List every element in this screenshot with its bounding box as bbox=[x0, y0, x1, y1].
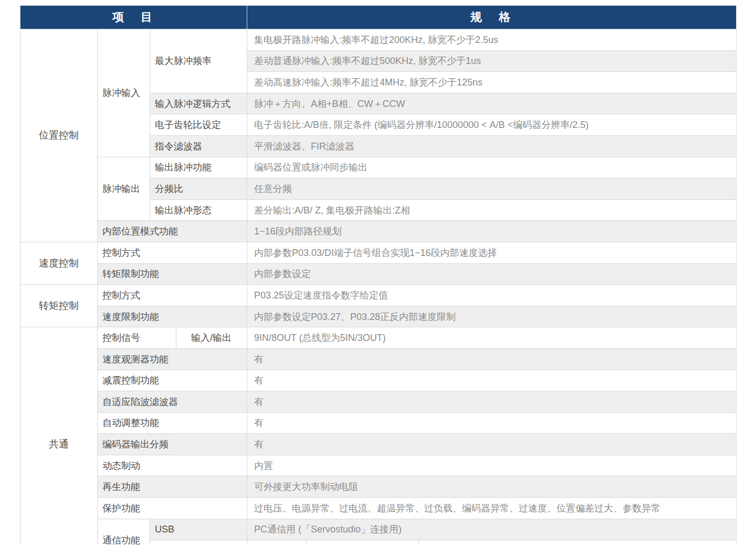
table-row: 内部位置模式功能 1~16段内部路径规划 bbox=[20, 221, 737, 242]
subgroup-pulse-output: 脉冲输出 bbox=[98, 157, 150, 221]
table-row: 减震控制功能 有 bbox=[20, 370, 737, 391]
item-label: 输出脉冲形态 bbox=[150, 199, 247, 221]
spec-value: 1~16段内部路径规划 bbox=[247, 221, 737, 242]
spec-value: 集电极开路脉冲输入:频率不超过200KHz, 脉宽不少于2.5us bbox=[247, 29, 737, 51]
item-label: 速度限制功能 bbox=[98, 306, 247, 327]
spec-value: 有 bbox=[247, 391, 737, 413]
group-torque-control: 转矩控制 bbox=[20, 285, 98, 327]
spec-value: 过电压、电源异常、过电流、超温异常、过负载、编码器异常、过速度、位置偏差过大、参… bbox=[247, 498, 737, 519]
item-label: 指令滤波器 bbox=[150, 135, 247, 157]
item-label: 输入脉冲逻辑方式 bbox=[150, 93, 247, 114]
item-label: 保护功能 bbox=[98, 498, 247, 519]
table-header-row: 项 目 规 格 bbox=[20, 6, 737, 29]
item-label: 电子齿轮比设定 bbox=[150, 114, 247, 136]
spec-value: 内部参数P03.03/DI端子信号组合实现1~16段内部速度选择 bbox=[247, 242, 737, 263]
table-row: 脉冲输出 输出脉冲功能 编码器位置或脉冲同步输出 bbox=[20, 157, 737, 178]
spec-value: 9IN/8OUT (总线型为5IN/3OUT) bbox=[247, 327, 737, 349]
item-model: 机种 bbox=[150, 540, 247, 545]
table-row: 速度控制 控制方式 内部参数P03.03/DI端子信号组合实现1~16段内部速度… bbox=[20, 242, 737, 263]
spec-value: 差动高速脉冲输入:频率不超过4MHz, 脉宽不少于125ns bbox=[247, 72, 737, 93]
item-control-signal: 控制信号 bbox=[98, 327, 176, 349]
item-label: 自动调整功能 bbox=[98, 412, 247, 434]
table-row: 自动调整功能 有 bbox=[20, 412, 737, 434]
spec-value: P03.25设定速度指令数字给定值 bbox=[247, 285, 737, 306]
item-io-label: 输入/输出 bbox=[176, 327, 247, 349]
spec-value: PC通信用 (「Servostudio」连接用) bbox=[247, 519, 737, 540]
item-label: 再生功能 bbox=[98, 476, 247, 498]
specification-table: 项 目 规 格 位置控制 脉冲输入 最大脉冲频率 集电极开路脉冲输入:频率不超过… bbox=[20, 5, 737, 545]
spec-value: 编码器位置或脉冲同步输出 bbox=[247, 157, 737, 178]
spec-value: 内部参数设定 bbox=[247, 263, 737, 285]
item-label: 输出脉冲功能 bbox=[150, 157, 247, 178]
item-label: 最大脉冲频率 bbox=[150, 29, 247, 93]
spec-value: 有 bbox=[247, 370, 737, 391]
spec-value: 有 bbox=[247, 412, 737, 434]
table-row: 速度限制功能 内部参数设定P03.27、P03.28正反内部速度限制 bbox=[20, 306, 737, 327]
spec-value: 电子齿轮比:A/B倍, 限定条件 (编码器分辨率/10000000 < A/B … bbox=[247, 114, 737, 136]
column-header-item: 项 目 bbox=[20, 6, 247, 29]
spec-value: 可外接更大功率制动电阻 bbox=[247, 476, 737, 498]
table-row: 动态制动 内置 bbox=[20, 455, 737, 476]
spec-rs485: RS485 bbox=[247, 540, 307, 545]
spec-canopen: N:CANOPEN bbox=[419, 540, 737, 545]
item-label: 动态制动 bbox=[98, 455, 247, 476]
table-row: 速度观测器功能 有 bbox=[20, 348, 737, 370]
item-label: 转矩限制功能 bbox=[98, 263, 247, 285]
item-label: 编码器输出分频 bbox=[98, 434, 247, 455]
table-row: 位置控制 脉冲输入 最大脉冲频率 集电极开路脉冲输入:频率不超过200KHz, … bbox=[20, 29, 737, 51]
spec-value: 内部参数设定P03.27、P03.28正反内部速度限制 bbox=[247, 306, 737, 327]
table-row: 转矩控制 控制方式 P03.25设定速度指令数字给定值 bbox=[20, 285, 737, 306]
spec-value: 脉冲＋方向、A相+B相、CW＋CCW bbox=[247, 93, 737, 114]
item-label: 减震控制功能 bbox=[98, 370, 247, 391]
spec-value: 任意分频 bbox=[247, 178, 737, 200]
item-usb: USB bbox=[150, 519, 247, 540]
table-row: 通信功能 USB PC通信用 (「Servostudio」连接用) bbox=[20, 519, 737, 540]
spec-ethercat: B:EtherCAT bbox=[307, 540, 419, 545]
table-row: 转矩限制功能 内部参数设定 bbox=[20, 263, 737, 285]
item-label: 控制方式 bbox=[98, 242, 247, 263]
spec-value: 有 bbox=[247, 348, 737, 370]
item-label: 自适应陷波滤波器 bbox=[98, 391, 247, 413]
table-row: 编码器输出分频 有 bbox=[20, 434, 737, 455]
table-row: 保护功能 过电压、电源异常、过电流、超温异常、过负载、编码器异常、过速度、位置偏… bbox=[20, 498, 737, 519]
item-label: 内部位置模式功能 bbox=[98, 221, 247, 242]
subgroup-pulse-input: 脉冲输入 bbox=[98, 29, 150, 157]
spec-sheet-page: 项 目 规 格 位置控制 脉冲输入 最大脉冲频率 集电极开路脉冲输入:频率不超过… bbox=[0, 0, 756, 545]
spec-value: 内置 bbox=[247, 455, 737, 476]
spec-value: 差分输出:A/B/ Z, 集电极开路输出:Z相 bbox=[247, 199, 737, 221]
item-label: 速度观测器功能 bbox=[98, 348, 247, 370]
item-label: 控制方式 bbox=[98, 285, 247, 306]
table-row: 再生功能 可外接更大功率制动电阻 bbox=[20, 476, 737, 498]
subgroup-communication: 通信功能 bbox=[98, 519, 150, 545]
group-common: 共通 bbox=[20, 327, 98, 545]
group-position-control: 位置控制 bbox=[20, 29, 98, 242]
table-row: 共通 控制信号 输入/输出 9IN/8OUT (总线型为5IN/3OUT) bbox=[20, 327, 737, 349]
item-label: 分频比 bbox=[150, 178, 247, 200]
spec-value: 有 bbox=[247, 434, 737, 455]
spec-value: 平滑滤波器、FIR滤波器 bbox=[247, 135, 737, 157]
group-speed-control: 速度控制 bbox=[20, 242, 98, 284]
table-row: 自适应陷波滤波器 有 bbox=[20, 391, 737, 413]
column-header-spec: 规 格 bbox=[247, 6, 737, 29]
spec-value: 差动普通脉冲输入:频率不超过500KHz, 脉宽不少于1us bbox=[247, 50, 737, 72]
